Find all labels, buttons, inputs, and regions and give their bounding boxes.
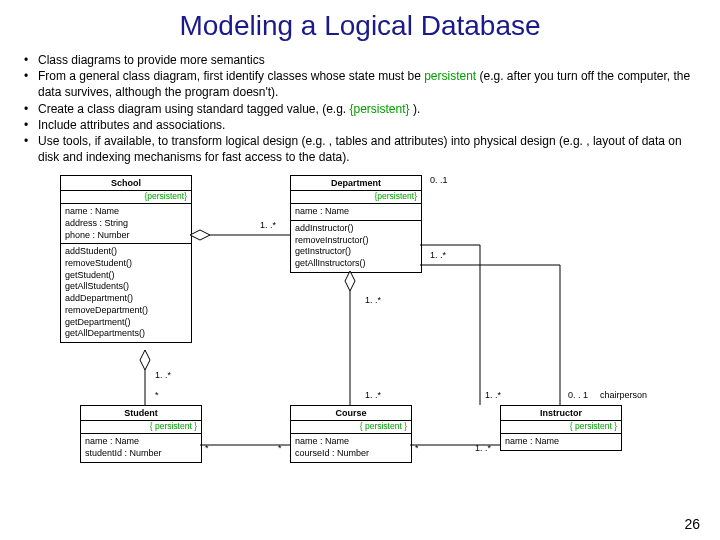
class-attrs: name : Name studentId : Number [81, 434, 201, 461]
assoc-department-instructor [420, 245, 570, 405]
multiplicity: 1. .* [485, 390, 501, 400]
multiplicity: 1. .* [430, 250, 446, 260]
multiplicity: 0. . 1 [568, 390, 588, 400]
svg-marker-2 [140, 350, 150, 370]
class-attrs: name : Name address : String phone : Num… [61, 204, 191, 243]
class-name: Instructor [501, 406, 621, 421]
class-name: Department [291, 176, 421, 191]
class-ops: addInstructor() removeInstructor() getIn… [291, 220, 421, 272]
assoc-school-student [135, 350, 155, 405]
uml-diagram: School {persistent} name : Name address … [20, 175, 700, 495]
multiplicity: * [415, 443, 419, 453]
bullet-list: Class diagrams to provide more semantics… [20, 52, 700, 165]
assoc-department-course [340, 271, 360, 405]
class-name: Course [291, 406, 411, 421]
class-name: Student [81, 406, 201, 421]
class-tag: {persistent} [61, 191, 191, 204]
multiplicity: 1. .* [155, 370, 171, 380]
class-attrs: name : Name courseId : Number [291, 434, 411, 461]
multiplicity: * [278, 443, 282, 453]
bullet-item: Class diagrams to provide more semantics [20, 52, 700, 68]
bullet-item: From a general class diagram, first iden… [20, 68, 700, 100]
class-tag: { persistent } [501, 421, 621, 434]
class-course: Course { persistent } name : Name course… [290, 405, 412, 462]
svg-marker-4 [345, 271, 355, 291]
page-number: 26 [684, 516, 700, 532]
class-tag: {persistent} [291, 191, 421, 204]
class-student: Student { persistent } name : Name stude… [80, 405, 202, 462]
assoc-school-department [190, 230, 290, 240]
class-tag: { persistent } [81, 421, 201, 434]
class-attrs: name : Name [501, 434, 621, 450]
multiplicity: 1. .* [260, 220, 276, 230]
multiplicity: * [205, 443, 209, 453]
multiplicity: 1. .* [365, 390, 381, 400]
class-instructor: Instructor { persistent } name : Name [500, 405, 622, 451]
class-department: Department {persistent} name : Name addI… [290, 175, 422, 272]
class-tag: { persistent } [291, 421, 411, 434]
bullet-item: Create a class diagram using standard ta… [20, 101, 700, 117]
class-name: School [61, 176, 191, 191]
svg-marker-0 [190, 230, 210, 240]
bullet-item: Include attributes and associations. [20, 117, 700, 133]
role-label: chairperson [600, 390, 647, 400]
assoc-student-course [200, 440, 290, 450]
multiplicity: 1. .* [475, 443, 491, 453]
multiplicity: 0. .1 [430, 175, 448, 185]
class-attrs: name : Name [291, 204, 421, 220]
class-ops: addStudent() removeStudent() getStudent(… [61, 243, 191, 342]
bullet-item: Use tools, if available, to transform lo… [20, 133, 700, 165]
multiplicity: 1. .* [365, 295, 381, 305]
class-school: School {persistent} name : Name address … [60, 175, 192, 343]
multiplicity: * [155, 390, 159, 400]
page-title: Modeling a Logical Database [20, 10, 700, 42]
